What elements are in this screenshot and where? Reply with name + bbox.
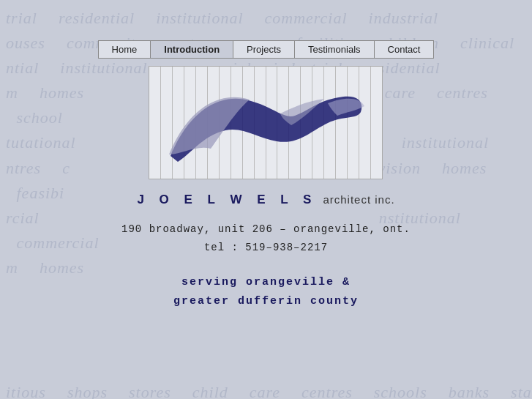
navigation-bar: Home Introduction Projects Testimonials … <box>98 40 435 59</box>
nav-testimonials[interactable]: Testimonials <box>295 41 375 58</box>
address-line1: 190 broadway, unit 206 – orangeville, on… <box>121 220 411 239</box>
serving-line1: serving orangeville & <box>173 273 359 292</box>
serving-line2: greater dufferin county <box>173 292 359 311</box>
nav-home[interactable]: Home <box>99 41 151 58</box>
firm-suffix: architect inc. <box>323 193 394 206</box>
logo-image <box>149 66 383 179</box>
nav-introduction[interactable]: Introduction <box>151 41 233 58</box>
firm-name: J O E L W E L S <box>137 193 317 207</box>
serving-block: serving orangeville & greater dufferin c… <box>173 273 359 310</box>
logo-swoosh-svg <box>156 75 375 171</box>
nav-projects[interactable]: Projects <box>233 41 295 58</box>
address-line2: tel : 519–938–2217 <box>121 239 411 257</box>
logo-container: J O E L W E L S architect inc. 190 broad… <box>121 66 411 310</box>
main-content: Home Introduction Projects Testimonials … <box>0 0 532 310</box>
address-block: 190 broadway, unit 206 – orangeville, on… <box>121 220 411 257</box>
nav-contact[interactable]: Contact <box>375 41 434 58</box>
firm-name-row: J O E L W E L S architect inc. <box>137 187 394 207</box>
